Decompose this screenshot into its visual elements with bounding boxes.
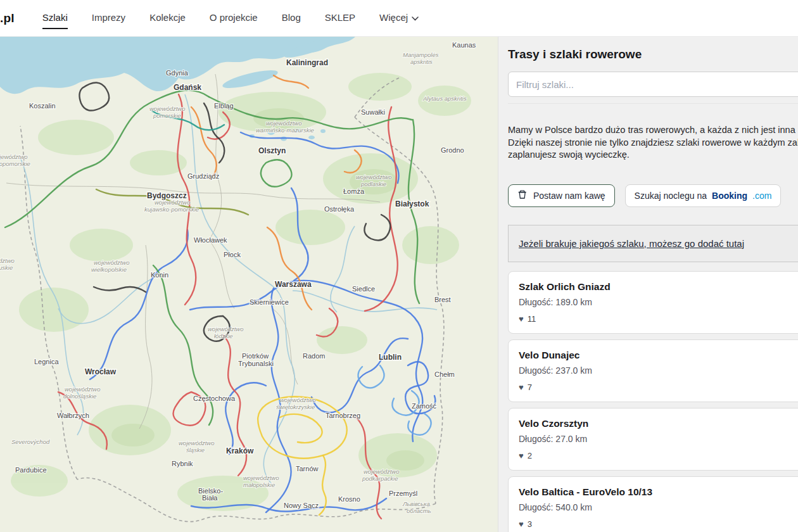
map-label: uskie [0, 264, 13, 271]
route-length: Długość: 540.0 km [519, 502, 798, 512]
map-label: województwo [179, 440, 215, 446]
map-label: Pardubice [15, 466, 47, 474]
map-label: Tarnobrzeg [326, 412, 360, 419]
intro-line: Dzięki naszej stronie nie tylko znajdzie… [508, 137, 798, 149]
map-label: województwo [208, 326, 244, 332]
map-label: dztwo [0, 257, 15, 264]
add-route-banner: Jeżeli brakuje jakiegoś szlaku, możesz g… [508, 225, 798, 262]
route-card[interactable]: Szlak Orlich Gniazd Długość: 189.0 km ♥ … [508, 271, 798, 334]
heart-icon: ♥ [519, 315, 524, 323]
map-label: Białystok [395, 200, 429, 208]
map-label: область [407, 507, 431, 514]
map-label: pomorskie [153, 112, 181, 119]
map-label: Львівська [402, 500, 430, 507]
map-label: województwo [364, 468, 400, 475]
route-name[interactable]: Velo Baltica - EuroVelo 10/13 [519, 486, 798, 498]
likes-count: 11 [528, 314, 536, 324]
booking-brand: Booking [712, 191, 747, 201]
nav-item-wiecej[interactable]: Więcej [379, 7, 419, 29]
map-label: Ostrołęka [324, 205, 355, 213]
map-label: Radom [303, 352, 325, 360]
nav-item-o-projekcie[interactable]: O projekcie [210, 7, 258, 29]
map-label: Zamość [412, 402, 437, 410]
nav-item-kolekcje[interactable]: Kolekcje [149, 7, 186, 29]
route-name[interactable]: Velo Dunajec [519, 350, 798, 361]
map-label: warmińsko-mazurskie [256, 127, 314, 134]
map-label: województwo [149, 105, 186, 112]
map-label: śląskie [186, 446, 205, 453]
chevron-down-icon [412, 12, 419, 23]
map-label: Włocławek [194, 236, 227, 244]
route-likes: ♥ 11 [519, 314, 798, 324]
map-label: województwo [266, 120, 302, 127]
map-label: świętokrzyskie [276, 403, 315, 410]
map-label: Alytaus apskritis [422, 95, 467, 102]
top-navigation: .pl Szlaki Imprezy Kolekcje O projekcie … [0, 0, 798, 37]
map-label: Grudziądz [187, 172, 219, 180]
route-card[interactable]: Velo Dunajec Długość: 237.0 km ♥ 7 [508, 339, 798, 402]
nav-item-imprezy[interactable]: Imprezy [92, 7, 125, 29]
map-label: Siedlce [352, 285, 375, 293]
map-label: Kaliningrad [286, 58, 328, 67]
coffee-cup-icon [517, 189, 528, 201]
add-route-link[interactable]: Jeżeli brakuje jakiegoś szlaku, możesz g… [519, 238, 744, 249]
route-length: Długość: 237.0 km [519, 365, 798, 376]
map-label: Marijampolės [403, 51, 439, 58]
map-label: Konin [151, 271, 168, 279]
site-logo[interactable]: .pl [0, 11, 15, 25]
map-label: województwo [243, 474, 279, 481]
map-label: Łomża [343, 187, 365, 195]
route-name[interactable]: Szlak Orlich Gniazd [519, 281, 798, 293]
intro-text: Mamy w Polsce bardzo dużo tras rowerowyc… [508, 124, 798, 162]
nav-item-szlaki[interactable]: Szlaki [42, 7, 68, 29]
map-label: Biała [202, 494, 218, 502]
route-length: Długość: 27.0 km [519, 434, 798, 444]
map-label: małopolskie [243, 481, 275, 488]
panel-header: Trasy i szlaki rowerowe [508, 48, 798, 104]
map-label: województwo [65, 386, 101, 393]
likes-count: 7 [528, 383, 532, 392]
page-title: Trasy i szlaki rowerowe [508, 48, 798, 61]
map-label: województwo [155, 199, 191, 206]
nav-item-sklep[interactable]: SKLEP [325, 7, 355, 29]
map-label: Tarnów [296, 465, 319, 472]
route-card[interactable]: Velo Baltica - EuroVelo 10/13 Długość: 5… [508, 476, 798, 532]
map-label: Elbląg [214, 102, 234, 110]
nav-item-blog[interactable]: Blog [282, 7, 301, 29]
map-label: Nowy Sącz [284, 502, 319, 509]
map-label: wielkopolskie [91, 266, 127, 273]
nav-label: Imprezy [92, 12, 125, 23]
nav-label: O projekcie [210, 12, 258, 23]
action-buttons: Postaw nam kawę Szukaj noclegu na Bookin… [508, 184, 798, 207]
nav-label: SKLEP [325, 12, 355, 23]
heart-icon: ♥ [519, 520, 524, 528]
map-label: Grodno [441, 146, 464, 154]
route-length: Długość: 189.0 km [519, 297, 798, 307]
map-label: województwo [356, 174, 392, 180]
heart-icon: ♥ [519, 383, 524, 391]
buy-coffee-label: Postaw nam kawę [533, 191, 605, 201]
map-label: podlaskie [360, 180, 386, 187]
map-label: Kraków [226, 446, 254, 455]
map-label: kujawsko-pomorskie [144, 206, 199, 213]
filter-input[interactable] [508, 72, 798, 97]
nav-label: Kolekcje [149, 12, 186, 23]
map-label: Skierniewice [250, 298, 289, 306]
route-likes: ♥ 3 [519, 519, 798, 529]
likes-count: 3 [528, 519, 532, 529]
map-label: województwo [94, 259, 130, 266]
route-likes: ♥ 2 [519, 451, 798, 460]
nav-label: Szlaki [42, 12, 68, 23]
map-label: podkarpackie [362, 475, 398, 482]
route-name[interactable]: Velo Czorsztyn [519, 418, 798, 429]
booking-button[interactable]: Szukaj noclegu na Booking.com [625, 184, 782, 207]
buy-coffee-button[interactable]: Postaw nam kawę [508, 184, 615, 207]
map-label: ojewództwo [0, 153, 28, 160]
route-card[interactable]: Velo Czorsztyn Długość: 27.0 km ♥ 2 [508, 408, 798, 471]
routes-map[interactable]: KaunasKaliningradMarijampolėsapskritisAl… [0, 36, 498, 532]
map-label: Warszawa [275, 280, 312, 289]
map-label: województwo [280, 396, 316, 403]
map-label: Severovýchod [11, 438, 50, 445]
map-label: łódzkie [214, 332, 233, 339]
map-label: Wałbrzych [57, 412, 89, 419]
